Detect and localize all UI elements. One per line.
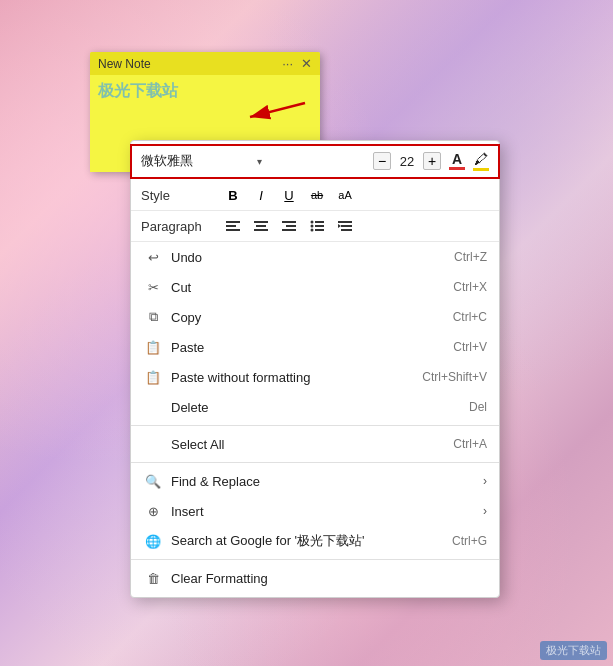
divider-divider1: [131, 425, 499, 426]
menu-item-copy[interactable]: ⧉CopyCtrl+C: [131, 302, 499, 332]
sticky-title: New Note: [98, 57, 151, 71]
svg-rect-6: [256, 225, 266, 227]
menu-item-label-clear-formatting: Clear Formatting: [171, 571, 487, 586]
menu-item-shortcut-select-all: Ctrl+A: [453, 437, 487, 451]
svg-rect-2: [226, 221, 240, 223]
font-size-control: − 22 +: [373, 152, 441, 170]
menu-item-insert[interactable]: ⊕Insert›: [131, 496, 499, 526]
paste-icon: 📋: [143, 340, 163, 355]
copy-icon: ⧉: [143, 309, 163, 325]
svg-rect-16: [315, 229, 324, 231]
menu-item-label-copy: Copy: [171, 310, 433, 325]
sticky-titlebar: New Note ··· ✕: [90, 52, 320, 75]
highlight-icon: 🖍: [474, 151, 488, 167]
svg-rect-10: [282, 229, 296, 231]
font-decrease-button[interactable]: −: [373, 152, 391, 170]
menu-item-label-paste-no-format: Paste without formatting: [171, 370, 402, 385]
menu-item-paste-no-format[interactable]: 📋Paste without formattingCtrl+Shift+V: [131, 362, 499, 392]
svg-marker-20: [338, 224, 341, 228]
align-left-button[interactable]: [221, 215, 245, 237]
menu-item-shortcut-cut: Ctrl+X: [453, 280, 487, 294]
svg-rect-3: [226, 225, 236, 227]
indent-button[interactable]: [333, 215, 357, 237]
sticky-watermark: 极光下载站: [98, 81, 312, 102]
svg-rect-18: [341, 225, 352, 227]
svg-rect-19: [341, 229, 352, 231]
insert-icon: ⊕: [143, 504, 163, 519]
menu-item-shortcut-search-google: Ctrl+G: [452, 534, 487, 548]
close-button[interactable]: ✕: [301, 56, 312, 71]
search-icon: 🔍: [143, 474, 163, 489]
menu-item-select-all[interactable]: Select AllCtrl+A: [131, 429, 499, 459]
menu-item-shortcut-delete: Del: [469, 400, 487, 414]
svg-rect-8: [282, 221, 296, 223]
menu-item-arrow-insert: ›: [483, 504, 487, 518]
style-label: Style: [141, 188, 221, 203]
align-right-icon: [282, 219, 296, 233]
italic-button[interactable]: I: [249, 184, 273, 206]
align-center-button[interactable]: [249, 215, 273, 237]
paragraph-buttons: [221, 215, 357, 237]
menu-item-shortcut-copy: Ctrl+C: [453, 310, 487, 324]
align-left-icon: [226, 219, 240, 233]
menu-items-container: ↩UndoCtrl+Z✂CutCtrl+X⧉CopyCtrl+C📋PasteCt…: [131, 242, 499, 593]
svg-rect-12: [315, 221, 324, 223]
more-button[interactable]: ···: [282, 56, 293, 71]
font-name-value: 微软雅黑: [141, 152, 253, 170]
font-toolbar: 微软雅黑 ▾ − 22 + A 🖍: [131, 145, 499, 178]
watermark-text: 极光下载站: [546, 644, 601, 656]
divider-divider2: [131, 462, 499, 463]
svg-point-15: [311, 229, 314, 232]
menu-item-label-undo: Undo: [171, 250, 434, 265]
svg-point-11: [311, 221, 314, 224]
indent-icon: [338, 219, 352, 233]
font-color-letter: A: [452, 152, 462, 166]
menu-item-undo[interactable]: ↩UndoCtrl+Z: [131, 242, 499, 272]
menu-item-delete[interactable]: DeleteDel: [131, 392, 499, 422]
undo-icon: ↩: [143, 250, 163, 265]
svg-rect-17: [338, 221, 352, 223]
highlight-underline: [473, 168, 489, 171]
menu-item-label-find-replace: Find & Replace: [171, 474, 475, 489]
style-buttons: B I U ab aA: [221, 184, 357, 206]
menu-item-paste[interactable]: 📋PasteCtrl+V: [131, 332, 499, 362]
paragraph-label: Paragraph: [141, 219, 221, 234]
menu-item-label-search-google: Search at Google for '极光下载站': [171, 532, 432, 550]
menu-item-label-select-all: Select All: [171, 437, 433, 452]
menu-item-label-insert: Insert: [171, 504, 475, 519]
cut-icon: ✂: [143, 280, 163, 295]
clear-icon: 🗑: [143, 571, 163, 586]
font-increase-button[interactable]: +: [423, 152, 441, 170]
divider-divider3: [131, 559, 499, 560]
strikethrough-button[interactable]: ab: [305, 184, 329, 206]
svg-rect-7: [254, 229, 268, 231]
case-button[interactable]: aA: [333, 184, 357, 206]
globe-icon: 🌐: [143, 534, 163, 549]
menu-item-search-google[interactable]: 🌐Search at Google for '极光下载站'Ctrl+G: [131, 526, 499, 556]
svg-rect-5: [254, 221, 268, 223]
svg-rect-14: [315, 225, 324, 227]
style-row: Style B I U ab aA: [131, 180, 499, 211]
menu-item-shortcut-paste-no-format: Ctrl+Shift+V: [422, 370, 487, 384]
paragraph-row: Paragraph: [131, 211, 499, 242]
font-highlight-button[interactable]: 🖍: [473, 151, 489, 171]
font-name-selector[interactable]: 微软雅黑 ▾: [141, 152, 369, 170]
menu-item-find-replace[interactable]: 🔍Find & Replace›: [131, 466, 499, 496]
svg-point-13: [311, 225, 314, 228]
align-center-icon: [254, 219, 268, 233]
align-right-button[interactable]: [277, 215, 301, 237]
bold-button[interactable]: B: [221, 184, 245, 206]
font-color-underline: [449, 167, 465, 170]
font-dropdown-arrow: ▾: [257, 156, 369, 167]
context-menu: 微软雅黑 ▾ − 22 + A 🖍 Style B I U ab aA Par: [130, 140, 500, 598]
underline-button[interactable]: U: [277, 184, 301, 206]
bullet-list-icon: [310, 219, 324, 233]
paste-plain-icon: 📋: [143, 370, 163, 385]
menu-item-shortcut-paste: Ctrl+V: [453, 340, 487, 354]
menu-item-clear-formatting[interactable]: 🗑Clear Formatting: [131, 563, 499, 593]
font-color-button[interactable]: A: [449, 152, 465, 170]
sticky-controls: ··· ✕: [282, 56, 312, 71]
menu-item-arrow-find-replace: ›: [483, 474, 487, 488]
menu-item-cut[interactable]: ✂CutCtrl+X: [131, 272, 499, 302]
bullet-list-button[interactable]: [305, 215, 329, 237]
